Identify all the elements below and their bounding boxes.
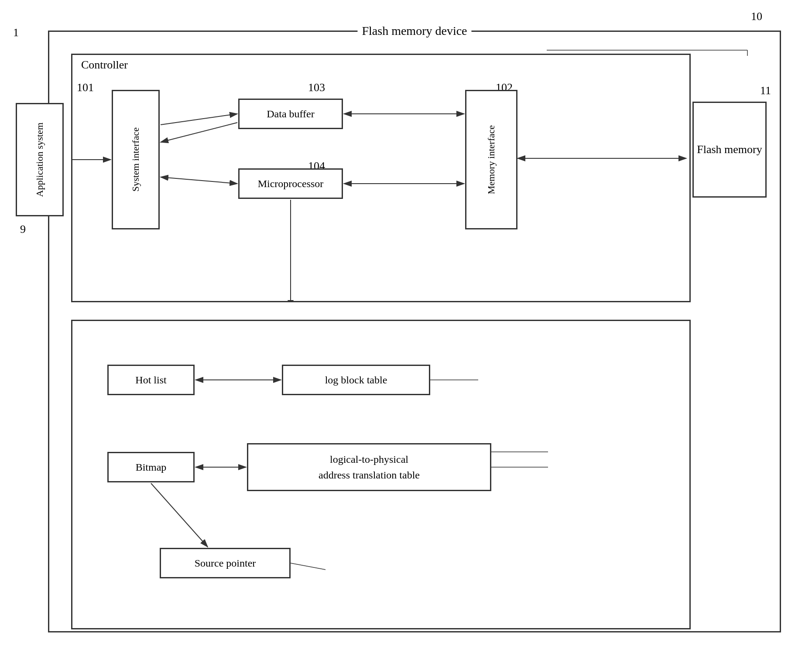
hot-list-text: Hot list [135,374,166,386]
data-buffer-text: Data buffer [267,108,315,120]
svg-line-17 [291,563,325,570]
source-pointer-text: Source pointer [195,557,256,569]
svg-line-4 [161,123,237,142]
controller-label: Controller [81,58,128,72]
flash-device-label: Flash memory device [357,24,471,38]
data-buffer-box: Data buffer [238,99,343,129]
hot-list-box: Hot list [107,365,195,395]
bitmap-box: Bitmap [107,452,195,482]
app-system-box: Application system [16,103,64,216]
ltp-text: logical-to-physical address translation … [319,451,420,483]
ref-1: 1 [13,26,19,39]
ref-103: 103 [308,81,325,94]
source-pointer-box: Source pointer [160,548,291,578]
mem-interface-box: Memory interface [465,90,517,229]
ref-9: 9 [20,223,26,236]
ref-101: 101 [77,81,94,94]
svg-line-6 [161,177,237,184]
flash-memory-box: Flash memory [692,102,767,198]
log-block-table-box: log block table [282,365,430,395]
sys-interface-box: System interface [112,90,160,229]
ref-10: 10 [751,10,762,23]
diagram-root: 1 Flash memory device 10 11 Flash memory… [13,13,798,646]
flash-memory-text: Flash memory [697,142,762,157]
ltp-box: logical-to-physical address translation … [247,443,491,491]
controller-arrows-svg [72,55,689,301]
log-block-table-text: log block table [325,374,387,386]
mem-interface-text: Memory interface [485,125,498,194]
app-system-text: Application system [33,123,47,197]
svg-line-13 [151,483,208,547]
microprocessor-text: Microprocessor [258,178,324,190]
mgmt-box: 1051 Hot list 1055 log block table 1052 … [71,320,691,629]
sys-interface-text: System interface [129,127,143,191]
flash-device-box: Flash memory device 10 11 Flash memory C… [48,31,781,632]
svg-line-3 [161,114,237,125]
microprocessor-box: Microprocessor [238,168,343,199]
controller-box: Controller 101 Application system 9 Syst… [71,54,691,302]
ref-11: 11 [760,84,771,97]
bitmap-text: Bitmap [136,461,167,473]
